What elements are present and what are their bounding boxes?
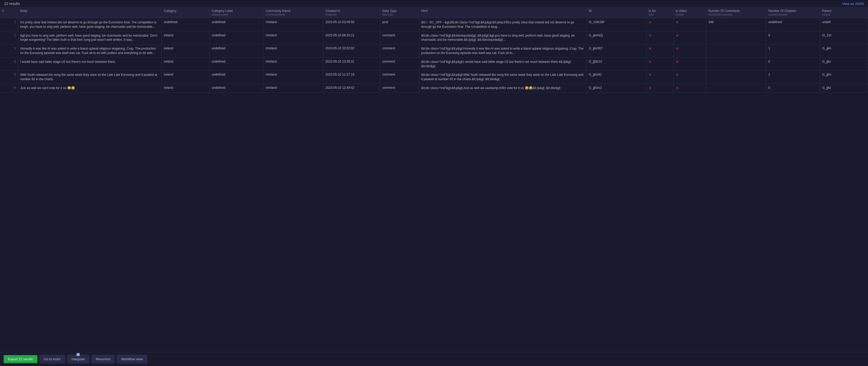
go-to-actor-button[interactable]: Go to Actor	[39, 355, 65, 363]
cell-row-num: 1	[0, 18, 18, 31]
cell-parent: t3_13c	[820, 31, 868, 44]
cell-category: ireland	[162, 84, 210, 92]
cell-community-name: r/ireland	[264, 44, 323, 58]
cell-is-video: ✕	[673, 57, 706, 70]
cell-num-replies: 1	[766, 44, 820, 58]
cell-category-label: undefined	[210, 18, 264, 31]
resurrect-button[interactable]: Resurrect	[91, 355, 115, 363]
cell-is-video: ✕	[673, 70, 706, 84]
alpha-badge: α	[76, 353, 80, 356]
col-subheader-category-label: categoryLabel	[212, 13, 261, 16]
cell-num-comments	[706, 44, 766, 58]
cell-data-type: comment	[380, 57, 419, 70]
col-header-created-at: Created At createdAt	[323, 7, 380, 18]
table-row: 3Honestly it was like AI was asked to wr…	[0, 44, 868, 58]
cell-id: t1_jjl9z14	[587, 57, 647, 70]
cell-num-comments: 346	[706, 18, 766, 31]
cell-created-at: 2023-05-10 11:27:19	[323, 70, 380, 84]
table-row: 4I would have said latter stage U2 but t…	[0, 57, 868, 70]
cell-community-name: r/ireland	[264, 70, 323, 84]
cell-row-num: 4	[0, 57, 18, 70]
cell-body: Wild Youth released the song the same we…	[18, 70, 161, 84]
cell-data-type: comment	[380, 31, 419, 44]
cell-data-type: comment	[380, 84, 419, 92]
table-row: 2&gt;you have to sing well, perform well…	[0, 31, 868, 44]
cell-parent: t1_jjkz	[820, 84, 868, 92]
cell-body: Just as well we can't vote for it so 😂😂	[18, 84, 161, 92]
cell-row-num: 6	[0, 84, 18, 92]
cell-community-name: r/ireland	[264, 84, 323, 92]
cell-created-at: 2023-05-10 12:49:42	[323, 84, 380, 92]
col-subheader-created-at: createdAt	[326, 13, 378, 16]
view-as-json-link[interactable]: View as JSON	[842, 2, 864, 6]
cell-html: &lt;!-- SC_OFF --&gt;&lt;div class="md"&…	[419, 18, 587, 31]
cell-html: &lt;div class="md"&gt;&lt;p&gt;Just as w…	[419, 84, 587, 92]
cell-num-comments	[706, 84, 766, 92]
table-row: 5Wild Youth released the song the same w…	[0, 70, 868, 84]
cell-is-video: ✕	[673, 31, 706, 44]
top-bar: 22 results View as JSON	[0, 0, 868, 7]
col-header-body: Body	[18, 7, 161, 18]
is-ad-icon: ✕	[649, 60, 652, 64]
cell-body: I would have said latter stage U2 but th…	[18, 57, 161, 70]
bottom-bar: Export 22 results Go to Actor α Integrat…	[0, 352, 868, 366]
cell-row-num: 5	[0, 70, 18, 84]
cell-community-name: r/ireland	[264, 18, 323, 31]
is-ad-icon: ✕	[649, 73, 652, 77]
is-ad-icon: ✕	[649, 86, 652, 90]
col-subheader-is-video: isVideo	[676, 13, 704, 16]
cell-html: &lt;div class="md"&gt;&lt;blockquote&gt;…	[419, 31, 587, 44]
cell-is-ad: ✕	[646, 57, 673, 70]
integrate-button[interactable]: α Integrate	[67, 355, 89, 363]
col-header-parent: Parent parentI	[820, 7, 868, 18]
table-row: 1It's pretty clear that Ireland did not …	[0, 18, 868, 31]
cell-is-video: ✕	[673, 18, 706, 31]
cell-category-label: undefined	[210, 44, 264, 58]
is-ad-icon: ✕	[649, 33, 652, 38]
cell-row-num: 2	[0, 31, 18, 44]
col-subheader-data-type: dataType	[382, 13, 417, 16]
cell-category-label: undefined	[210, 57, 264, 70]
cell-category: ireland	[162, 31, 210, 44]
is-ad-icon: ✕	[649, 47, 652, 51]
col-subheader-num-replies: numberOfreplies	[768, 13, 818, 16]
cell-created-at: 2023-05-10 13:36:31	[323, 57, 380, 70]
cell-html: &lt;div class="md"&gt;&lt;p&gt;Honestly …	[419, 44, 587, 58]
is-ad-icon: ✕	[649, 20, 652, 24]
cell-num-replies: undefined	[766, 18, 820, 31]
table-wrapper: # Body Category Category Label categoryL…	[0, 7, 868, 352]
col-header-category-label: Category Label categoryLabel	[210, 7, 264, 18]
is-video-icon: ✕	[676, 20, 679, 24]
cell-num-comments	[706, 70, 766, 84]
data-table: # Body Category Category Label categoryL…	[0, 7, 868, 93]
results-count: 22 results	[4, 2, 20, 6]
cell-category: ireland	[162, 44, 210, 58]
cell-created-at: 2023-05-10 08:16:21	[323, 31, 380, 44]
cell-category-label: undefined	[210, 31, 264, 44]
cell-community-name: r/ireland	[264, 31, 323, 44]
col-header-num: #	[0, 7, 18, 18]
cell-id: t1_jjkzl42	[587, 70, 647, 84]
cell-id: t1_jjkx907	[587, 44, 647, 58]
table-body: 1It's pretty clear that Ireland did not …	[0, 18, 868, 92]
is-video-icon: ✕	[676, 47, 679, 51]
col-header-id: ID	[587, 7, 647, 18]
cell-data-type: comment	[380, 70, 419, 84]
table-row: 6Just as well we can't vote for it so 😂😂…	[0, 84, 868, 92]
col-subheader-parent: parentI	[822, 13, 866, 16]
cell-body: &gt;you have to sing well, perform well,…	[18, 31, 161, 44]
cell-num-comments	[706, 57, 766, 70]
cell-num-replies: 1	[766, 70, 820, 84]
cell-row-num: 3	[0, 44, 18, 58]
cell-id: t1_jjkmb2j	[587, 31, 647, 44]
cell-parent: undefi	[820, 18, 868, 31]
cell-id: t3_13dc3df	[587, 18, 647, 31]
integrate-label: Integrate	[72, 357, 85, 361]
export-button[interactable]: Export 22 results	[4, 355, 37, 363]
cell-is-ad: ✕	[646, 44, 673, 58]
col-header-html: Html	[419, 7, 587, 18]
col-header-community-name: Community Name communityName	[264, 7, 323, 18]
cell-data-type: comment	[380, 44, 419, 58]
col-header-is-video: Is Video isVideo	[673, 7, 706, 18]
workflow-view-button[interactable]: Workflow view	[117, 355, 147, 363]
